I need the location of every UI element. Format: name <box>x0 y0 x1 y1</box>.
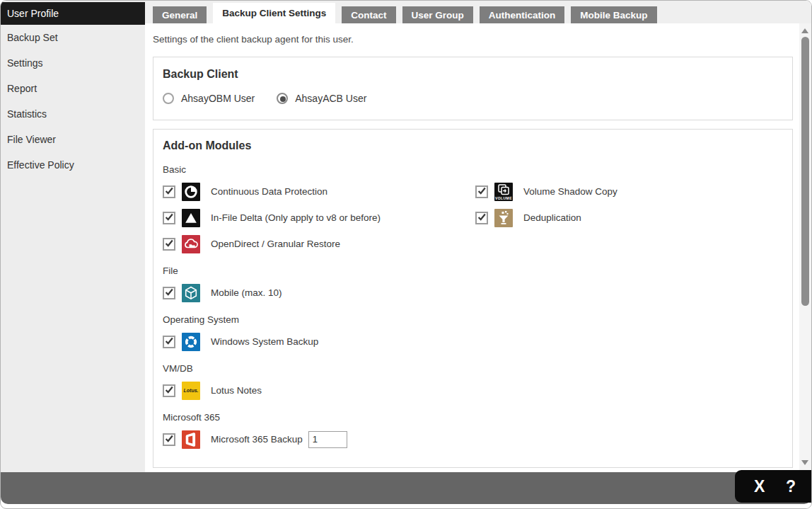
close-button[interactable]: X <box>754 477 765 496</box>
module-label: Continuous Data Protection <box>211 186 327 197</box>
module-row-opendirect: OpenDirect / Granular Restore <box>163 234 475 253</box>
cdp-checkbox[interactable] <box>163 185 175 198</box>
group-label-microsoft-365: Microsoft 365 <box>163 412 781 423</box>
radio-ahsayobm-user[interactable]: AhsayOBM User <box>163 93 255 104</box>
backup-client-title: Backup Client <box>163 68 781 81</box>
module-row-deduplication: Deduplication <box>475 208 617 227</box>
vertical-scrollbar[interactable] <box>799 23 811 470</box>
radio-button-selected-icon <box>277 93 288 104</box>
sidebar-item-report[interactable]: Report <box>1 76 145 101</box>
volume-shadow-copy-checkbox[interactable] <box>475 185 488 198</box>
tab-general[interactable]: General <box>153 6 207 23</box>
tab-mobile-backup[interactable]: Mobile Backup <box>571 6 656 23</box>
main-content: General Backup Client Settings Contact U… <box>145 1 811 508</box>
volume-icon-caption: VOLUME <box>494 197 513 200</box>
lotus-icon-caption: Lotus. <box>184 388 199 393</box>
opendirect-checkbox[interactable] <box>163 238 175 251</box>
group-label-operating-system: Operating System <box>163 314 781 325</box>
module-label: Windows System Backup <box>211 336 318 347</box>
deduplication-checkbox[interactable] <box>475 212 488 224</box>
deduplication-icon <box>494 209 513 227</box>
help-panel: X ? <box>735 470 811 503</box>
module-label: Microsoft 365 Backup <box>211 434 303 445</box>
windows-system-backup-checkbox[interactable] <box>163 336 175 348</box>
scrollbar-thumb[interactable] <box>801 37 809 306</box>
module-row-lotus-notes: Lotus. Lotus Notes <box>163 381 781 400</box>
sidebar: User Profile Backup Set Settings Report … <box>1 1 145 472</box>
radio-ahsayacb-user[interactable]: AhsayACB User <box>277 93 366 104</box>
microsoft-365-quota-input[interactable] <box>308 431 347 448</box>
module-label: OpenDirect / Granular Restore <box>211 239 340 249</box>
backup-client-section: Backup Client AhsayOBM User AhsayACB Use… <box>153 57 793 120</box>
lotus-notes-checkbox[interactable] <box>163 384 175 397</box>
app-window: User Profile Backup Set Settings Report … <box>0 0 812 509</box>
module-row-mobile: Mobile (max. 10) <box>163 283 781 302</box>
scroll-up-arrow-icon[interactable] <box>801 28 808 33</box>
mobile-checkbox[interactable] <box>163 287 175 299</box>
sidebar-item-backup-set[interactable]: Backup Set <box>1 25 145 50</box>
microsoft-365-backup-checkbox[interactable] <box>163 433 175 446</box>
volume-shadow-copy-icon: VOLUME <box>494 183 513 201</box>
page-description: Settings of the client backup agent for … <box>145 23 811 45</box>
addon-modules-title: Add-on Modules <box>163 139 781 152</box>
footer-bar <box>1 472 811 504</box>
sidebar-item-settings[interactable]: Settings <box>1 50 145 76</box>
module-row-in-file-delta: In-File Delta (Only apply to v8 or befor… <box>163 208 475 227</box>
module-label: Volume Shadow Copy <box>523 186 617 197</box>
tab-backup-client-settings[interactable]: Backup Client Settings <box>213 3 335 23</box>
help-button[interactable]: ? <box>786 477 796 496</box>
opendirect-icon <box>182 235 200 253</box>
cdp-icon <box>182 183 200 201</box>
module-row-volume-shadow-copy: VOLUME Volume Shadow Copy <box>475 182 617 201</box>
radio-button-icon <box>163 93 174 104</box>
backup-client-options: AhsayOBM User AhsayACB User <box>163 93 781 104</box>
radio-label: AhsayOBM User <box>181 93 255 104</box>
mobile-icon <box>182 284 200 302</box>
tab-authentication[interactable]: Authentication <box>480 6 565 23</box>
tab-contact[interactable]: Contact <box>342 6 395 23</box>
scroll-down-arrow-icon[interactable] <box>801 460 808 465</box>
group-label-vm-db: VM/DB <box>163 363 781 374</box>
lotus-notes-icon: Lotus. <box>182 382 200 400</box>
sidebar-item-effective-policy[interactable]: Effective Policy <box>1 152 145 178</box>
tab-user-group[interactable]: User Group <box>402 6 473 23</box>
in-file-delta-icon <box>182 209 200 227</box>
microsoft-365-backup-icon <box>182 430 200 449</box>
sidebar-item-file-viewer[interactable]: File Viewer <box>1 127 145 152</box>
sidebar-item-user-profile[interactable]: User Profile <box>1 2 145 25</box>
group-label-basic: Basic <box>163 164 781 175</box>
group-label-file: File <box>163 265 781 276</box>
in-file-delta-checkbox[interactable] <box>163 212 175 224</box>
module-label: Deduplication <box>523 212 581 223</box>
module-label: Mobile (max. 10) <box>211 287 282 298</box>
module-row-cdp: Continuous Data Protection <box>163 182 475 201</box>
radio-label: AhsayACB User <box>295 93 366 104</box>
module-label: In-File Delta (Only apply to v8 or befor… <box>211 212 381 223</box>
addon-modules-section: Add-on Modules Basic Continuous Data Pro… <box>153 129 793 468</box>
module-label: Lotus Notes <box>211 385 262 396</box>
module-row-windows-system-backup: Windows System Backup <box>163 332 781 351</box>
module-row-microsoft-365-backup: Microsoft 365 Backup <box>163 430 781 449</box>
tab-bar: General Backup Client Settings Contact U… <box>145 1 811 23</box>
windows-system-backup-icon <box>182 333 200 351</box>
sidebar-item-statistics[interactable]: Statistics <box>1 101 145 127</box>
